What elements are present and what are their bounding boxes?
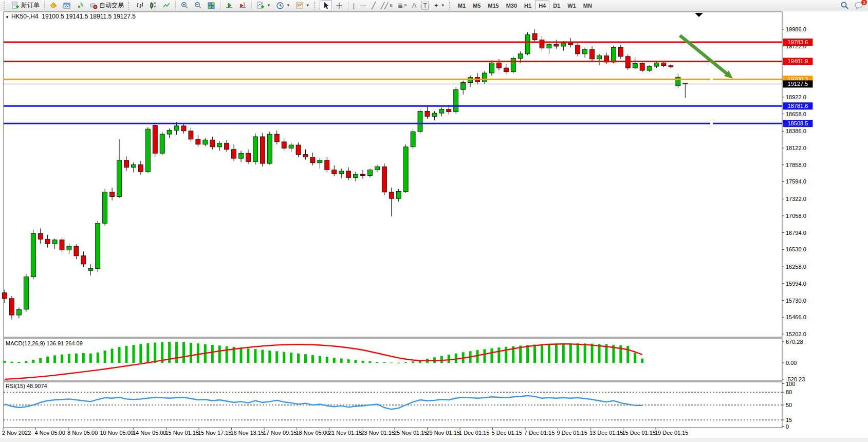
macd-bar bbox=[569, 343, 572, 363]
price-axis-tick-label: 15466.0 bbox=[786, 314, 806, 320]
crosshair-tool-button[interactable] bbox=[333, 1, 345, 10]
cursor-tool-button[interactable] bbox=[320, 1, 332, 10]
timeframe-h1-button[interactable]: H1 bbox=[521, 1, 535, 10]
candle-body bbox=[396, 192, 401, 199]
horizontal-line-tool-button[interactable]: — bbox=[358, 1, 368, 10]
candle-body bbox=[303, 155, 308, 157]
macd-bar bbox=[261, 350, 264, 363]
dropdown-arrow-icon: ▼ bbox=[267, 3, 271, 8]
toolbar-grip[interactable] bbox=[314, 2, 318, 10]
candlestick-chart-button[interactable] bbox=[147, 1, 159, 10]
signals-button[interactable] bbox=[74, 1, 86, 10]
text-tool-button[interactable]: A bbox=[410, 1, 419, 10]
date-axis-label: 10 Nov 05:00 bbox=[100, 430, 134, 436]
candle-body bbox=[382, 167, 386, 192]
search-button[interactable] bbox=[838, 1, 851, 10]
candle-body bbox=[439, 109, 444, 113]
arrows-tool-button[interactable]: ✦▼ bbox=[432, 1, 447, 10]
macd-bar bbox=[283, 352, 285, 363]
macd-bar bbox=[641, 359, 643, 363]
timeframe-m30-button[interactable]: M30 bbox=[503, 1, 521, 10]
toolbar-grip[interactable] bbox=[128, 2, 132, 10]
macd-bar bbox=[505, 347, 507, 363]
zoom-in-button[interactable] bbox=[178, 1, 191, 10]
candle-body bbox=[403, 147, 408, 192]
macd-bar bbox=[175, 342, 178, 363]
periods-button[interactable]: ▼ bbox=[274, 1, 292, 10]
date-axis-label: 15 Dec 01:15 bbox=[622, 430, 656, 436]
macd-bar bbox=[548, 344, 550, 363]
candle-body bbox=[661, 63, 666, 66]
candle-body bbox=[418, 111, 422, 132]
macd-bar bbox=[10, 362, 13, 363]
timeframe-d1-button[interactable]: D1 bbox=[549, 1, 564, 10]
candle-body bbox=[611, 47, 616, 62]
chart-shift-button[interactable] bbox=[236, 1, 249, 10]
auto-scroll-button[interactable] bbox=[223, 1, 235, 10]
dropdown-arrow-icon: ▼ bbox=[306, 3, 310, 8]
timeframe-m15-button[interactable]: M15 bbox=[484, 1, 502, 10]
fibonacci-tool-button[interactable]: ≣F bbox=[396, 1, 409, 10]
line-drag-handle[interactable] bbox=[710, 122, 713, 125]
candle-body bbox=[282, 142, 286, 148]
fibonacci-icon: ≣ bbox=[398, 2, 403, 9]
trendline-tool-button[interactable]: ╱ bbox=[370, 1, 378, 10]
timeframe-mn-button[interactable]: MN bbox=[580, 1, 596, 10]
auto-trading-label: 自动交易 bbox=[99, 1, 124, 10]
chart-shift-icon bbox=[238, 2, 247, 10]
collapse-arrow-icon[interactable]: ▼ bbox=[5, 15, 9, 20]
date-axis-label: 18 Nov 05:00 bbox=[296, 430, 329, 436]
auto-trading-icon bbox=[89, 2, 98, 10]
vertical-line-tool-button[interactable]: | bbox=[351, 1, 357, 10]
candle-body bbox=[274, 134, 279, 142]
bar-chart-button[interactable] bbox=[134, 1, 146, 10]
timeframe-h4-button[interactable]: H4 bbox=[535, 1, 549, 10]
candle-body bbox=[181, 126, 186, 131]
line-chart-button[interactable] bbox=[160, 1, 173, 10]
candle-body bbox=[296, 145, 301, 155]
rsi-axis-tick-label: 0 bbox=[786, 423, 789, 430]
candle-body bbox=[411, 132, 415, 147]
candle-body bbox=[482, 73, 487, 82]
candle-body bbox=[454, 89, 458, 112]
macd-bar bbox=[526, 345, 529, 363]
auto-trading-button[interactable]: 自动交易 bbox=[87, 1, 126, 10]
line-drag-handle[interactable] bbox=[710, 78, 713, 81]
macd-bar bbox=[290, 353, 292, 363]
macd-bar bbox=[490, 348, 493, 363]
candle-body bbox=[332, 170, 337, 173]
toolbar-grip[interactable] bbox=[449, 2, 453, 10]
macd-bar bbox=[39, 358, 42, 363]
indicators-button[interactable]: ▼ bbox=[254, 1, 273, 10]
candle-body bbox=[496, 63, 501, 68]
timeframe-m5-button[interactable]: M5 bbox=[469, 1, 484, 10]
macd-bar bbox=[476, 350, 479, 363]
tile-windows-button[interactable] bbox=[205, 1, 217, 10]
new-order-button[interactable]: 新订单 bbox=[9, 1, 42, 10]
vertical-line-icon: | bbox=[353, 2, 355, 9]
toolbar-grip[interactable] bbox=[4, 2, 7, 10]
timeframe-w1-button[interactable]: W1 bbox=[564, 1, 580, 10]
notifications-button[interactable]: 1 bbox=[852, 1, 865, 10]
timeframe-m1-button[interactable]: M1 bbox=[454, 1, 469, 10]
macd-bar bbox=[347, 359, 350, 363]
macd-bar bbox=[390, 362, 393, 363]
templates-icon bbox=[296, 2, 304, 10]
templates-button[interactable]: ▼ bbox=[293, 1, 312, 10]
market-watch-button[interactable] bbox=[47, 1, 60, 10]
rsi-axis-tick-label: 15 bbox=[786, 417, 792, 423]
channel-tool-button[interactable]: ╱╱E bbox=[379, 1, 395, 10]
candle-body bbox=[45, 240, 50, 244]
chart-canvas[interactable]: 19986.019722.019458.019194.018922.018658… bbox=[0, 11, 868, 442]
macd-bar bbox=[268, 351, 271, 363]
candle-body bbox=[461, 83, 466, 90]
date-axis-label: 2 Nov 2022 bbox=[2, 430, 31, 436]
macd-bar bbox=[97, 353, 99, 363]
macd-bar bbox=[132, 345, 135, 363]
data-window-button[interactable] bbox=[61, 1, 73, 10]
price-axis-tick-label: 16794.0 bbox=[786, 230, 806, 236]
text-label-tool-button[interactable]: T bbox=[419, 1, 430, 10]
macd-bar bbox=[68, 354, 70, 363]
zoom-out-button[interactable] bbox=[192, 1, 204, 10]
macd-bar bbox=[297, 354, 300, 363]
